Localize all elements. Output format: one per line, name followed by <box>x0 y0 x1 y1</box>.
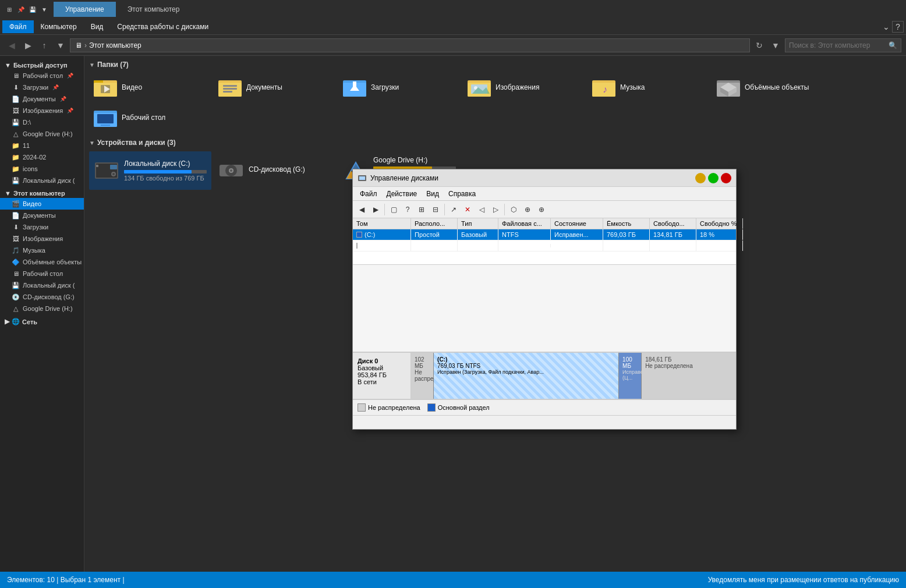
save-icon: 💾 <box>28 5 37 14</box>
dm-partition-unalloc1[interactable]: 102 МБ Не распреде... <box>411 353 434 399</box>
sidebar-item-video[interactable]: 🎬 Видео <box>0 198 84 210</box>
nav-recent-btn[interactable]: ▼ <box>54 38 68 52</box>
dm-partition-c[interactable]: (C:) 769,03 ГБ NTFS Исправен (Загрузка, … <box>434 353 619 399</box>
col-fs[interactable]: Файловая с... <box>498 218 551 229</box>
col-state[interactable]: Состояние <box>551 218 603 229</box>
dm-tool-right[interactable]: ▷ <box>489 203 502 216</box>
breadcrumb[interactable]: 🖥 › Этот компьютер <box>70 38 750 52</box>
svg-rect-13 <box>353 82 356 91</box>
dm-table-row-1[interactable]: (C:) Простой Базовый NTFS Исправен... 76… <box>353 229 736 240</box>
gdrive2-icon: △ <box>12 304 20 313</box>
folder-images[interactable]: Изображения <box>463 73 585 101</box>
desktop2-icon: 🖥 <box>12 270 20 278</box>
col-tip[interactable]: Тип <box>458 218 498 229</box>
dm-tool-plus1[interactable]: ⊕ <box>521 203 534 216</box>
menu-disk-tools[interactable]: Средства работы с дисками <box>110 20 215 33</box>
status-bar: Элементов: 10 | Выбран 1 элемент | Уведо… <box>0 572 906 588</box>
sidebar-item-local[interactable]: 💾 Локальный диск ( <box>0 175 84 186</box>
sidebar-network[interactable]: ▶ 🌐 Сеть <box>0 314 84 327</box>
breadcrumb-sep: › <box>84 41 87 49</box>
dm-tool-back[interactable]: ◀ <box>355 203 368 216</box>
sidebar-item-2024[interactable]: 📁 2024-02 <box>0 151 84 163</box>
nav-refresh-btn[interactable]: ↻ <box>752 38 766 52</box>
sidebar-quick-access[interactable]: ▼ Быстрый доступ <box>0 58 84 70</box>
sidebar-this-computer[interactable]: ▼ Этот компьютер <box>0 186 84 198</box>
cell-base-1: Базовый <box>458 229 498 240</box>
svg-rect-37 <box>96 165 98 167</box>
menu-computer[interactable]: Компьютер <box>34 20 84 33</box>
dm-close-btn[interactable] <box>721 173 731 183</box>
sidebar-item-desktop[interactable]: 🖥 Рабочий стол 📌 <box>0 70 84 82</box>
svg-point-36 <box>112 173 115 175</box>
dm-partition-unalloc2[interactable]: 184,61 ГБ Не распределена <box>642 353 736 399</box>
drive-d-icon: 💾 <box>12 118 20 126</box>
dm-tool-grid[interactable]: ⊞ <box>415 203 428 216</box>
folder-3d[interactable]: Объёмные объекты <box>712 73 834 101</box>
menu-chevron-icon[interactable]: ⌄ <box>883 22 890 31</box>
drive-c[interactable]: Локальный диск (C:) 134 ГБ свободно из 7… <box>89 151 211 190</box>
folder-documents[interactable]: Документы <box>214 73 336 101</box>
col-raspolozhenie[interactable]: Располо... <box>411 218 458 229</box>
dm-table-row-2[interactable]: (Диск 0 раздел 3) Простой Базовый Исправ… <box>353 240 736 252</box>
sidebar-item-desktop2[interactable]: 🖥 Рабочий стол <box>0 268 84 279</box>
disk-name: Диск 0 <box>358 357 406 364</box>
cell-tip-2: Простой <box>411 240 458 251</box>
dm-tool-info[interactable]: ? <box>401 203 414 216</box>
sidebar-item-icons[interactable]: 📁 icons <box>0 163 84 175</box>
nav-back-btn[interactable]: ◀ <box>5 38 19 52</box>
sidebar-item-google[interactable]: △ Google Drive (H:) <box>0 128 84 140</box>
dm-status-bar <box>353 415 736 429</box>
dm-tool-box[interactable]: ▢ <box>387 203 400 216</box>
sidebar-item-local2[interactable]: 💾 Локальный диск ( <box>0 279 84 291</box>
folder-video[interactable]: Видео <box>89 73 211 101</box>
search-icon[interactable]: 🔍 <box>889 41 897 49</box>
dm-tool-forward[interactable]: ▶ <box>369 203 382 216</box>
sidebar-label-google: Google Drive (H:) <box>23 130 73 137</box>
folder-downloads[interactable]: Загрузки <box>338 73 461 101</box>
sidebar-item-gdrive2[interactable]: △ Google Drive (H:) <box>0 303 84 314</box>
sidebar-item-docs2[interactable]: 📄 Документы <box>0 210 84 221</box>
col-capacity[interactable]: Ёмкость <box>603 218 650 229</box>
drive-g[interactable]: CD-дисковод (G:) <box>214 151 336 190</box>
dm-menu-bar: Файл Действие Вид Справка <box>353 187 736 201</box>
sidebar-item-3d[interactable]: 🔷 Объёмные объекты <box>0 256 84 268</box>
sidebar-item-cd[interactable]: 💿 CD-дисковод (G:) <box>0 291 84 303</box>
sidebar-item-music[interactable]: 🎵 Музыка <box>0 245 84 256</box>
dm-tool-plus2[interactable]: ⊕ <box>535 203 548 216</box>
sidebar-item-img2[interactable]: 🖼 Изображения <box>0 233 84 245</box>
dm-menu-action[interactable]: Действие <box>382 189 422 199</box>
dm-menu-view[interactable]: Вид <box>422 189 444 199</box>
dm-menu-file[interactable]: Файл <box>355 189 382 199</box>
menu-view[interactable]: Вид <box>84 20 111 33</box>
col-tom[interactable]: Том <box>353 218 411 229</box>
sidebar-item-downloads[interactable]: ⬇ Загрузки 📌 <box>0 82 84 93</box>
dm-tool-left[interactable]: ◁ <box>475 203 488 216</box>
menu-help-icon[interactable]: ? <box>892 21 904 33</box>
sidebar-item-dl2[interactable]: ⬇ Загрузки <box>0 221 84 233</box>
col-free[interactable]: Свободо... <box>650 218 696 229</box>
dm-title-bar: Управление дисками <box>353 169 736 187</box>
nav-forward-btn[interactable]: ▶ <box>21 38 35 52</box>
dm-menu-help[interactable]: Справка <box>444 189 480 199</box>
dm-tool-grid2[interactable]: ⊟ <box>429 203 442 216</box>
search-box[interactable]: 🔍 <box>785 38 901 52</box>
nav-up-btn[interactable]: ↑ <box>37 38 51 52</box>
nav-search-expand-btn[interactable]: ▼ <box>769 38 783 52</box>
dm-minimize-btn[interactable] <box>695 173 706 183</box>
tab-this-computer[interactable]: Этот компьютер <box>116 2 192 17</box>
dm-tool-hex[interactable]: ⬡ <box>507 203 520 216</box>
dm-partition-recovery[interactable]: 100 МБ Исправен (Ц... <box>619 353 642 399</box>
tab-management[interactable]: Управление <box>54 2 116 17</box>
dm-tool-arrow[interactable]: ↗ <box>447 203 460 216</box>
search-input[interactable] <box>789 41 886 49</box>
col-free-pct[interactable]: Свободно % <box>696 218 743 229</box>
sidebar-item-documents[interactable]: 📄 Документы 📌 <box>0 93 84 105</box>
sidebar-item-images[interactable]: 🖼 Изображения 📌 <box>0 105 84 116</box>
dm-tool-delete[interactable]: ✕ <box>461 203 474 216</box>
sidebar-item-d[interactable]: 💾 D:\ <box>0 116 84 128</box>
folder-music[interactable]: ♪ Музыка <box>588 73 710 101</box>
sidebar-item-11[interactable]: 📁 11 <box>0 140 84 151</box>
menu-file[interactable]: Файл <box>2 20 34 33</box>
dm-maximize-btn[interactable] <box>708 173 719 183</box>
folder-desktop[interactable]: Рабочий стол <box>89 104 211 132</box>
